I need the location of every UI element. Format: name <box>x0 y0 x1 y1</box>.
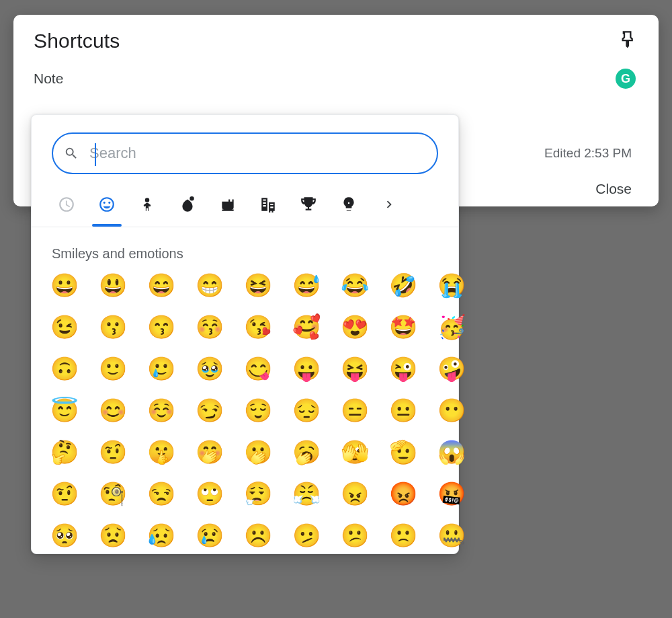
emoji-item[interactable]: 😇 <box>50 399 79 422</box>
emoji-item[interactable]: 🤪 <box>437 357 466 380</box>
emoji-item[interactable]: 🤭 <box>196 440 224 463</box>
emoji-item[interactable]: 🤨 <box>50 482 79 505</box>
emoji-item[interactable]: 😆 <box>244 274 272 297</box>
emoji-item[interactable]: 🫤 <box>292 524 321 547</box>
pin-icon[interactable] <box>620 30 638 52</box>
emoji-item[interactable]: 🤐 <box>437 524 466 547</box>
emoji-item[interactable]: 🫡 <box>389 440 417 463</box>
travel-icon <box>259 196 277 213</box>
emoji-item[interactable]: 🥱 <box>292 440 321 463</box>
card-header: Shortcuts <box>34 30 638 52</box>
nature-icon <box>179 196 196 213</box>
emoji-item[interactable]: 🙄 <box>196 482 224 505</box>
emoji-item[interactable]: 😘 <box>244 315 272 338</box>
smiley-icon <box>98 196 116 213</box>
tab-recent[interactable] <box>46 189 87 220</box>
emoji-item[interactable]: 😋 <box>244 357 272 380</box>
emoji-item[interactable]: 🧐 <box>99 482 127 505</box>
emoji-item[interactable]: 🫣 <box>341 440 369 463</box>
emoji-item[interactable]: 😏 <box>196 399 224 422</box>
food-icon <box>219 196 237 213</box>
chevron-right-icon <box>382 197 396 212</box>
tab-smileys[interactable] <box>87 189 127 220</box>
grammarly-badge-icon[interactable]: G <box>616 69 636 89</box>
emoji-item[interactable]: 😄 <box>147 274 175 297</box>
tab-food[interactable] <box>208 189 248 220</box>
emoji-item[interactable]: 😉 <box>50 315 79 338</box>
emoji-item[interactable]: ☹️ <box>244 524 272 547</box>
emoji-item[interactable]: 😊 <box>99 399 127 422</box>
emoji-item[interactable]: 😕 <box>341 524 369 547</box>
tab-objects[interactable] <box>329 189 369 220</box>
trophy-icon <box>300 196 317 213</box>
emoji-item[interactable]: 🤩 <box>389 315 417 338</box>
emoji-item[interactable]: 😚 <box>196 315 224 338</box>
emoji-item[interactable]: 🥳 <box>437 315 466 338</box>
emoji-item[interactable]: 🤔 <box>50 440 79 463</box>
emoji-grid: 😀😃😄😁😆😅😂🤣😭😉😗😙😚😘🥰😍🤩🥳🙃🙂🥲🥹😋😛😝😜🤪😇😊☺️😏😌😔😑😐😶🤔🤨🤫… <box>32 271 458 547</box>
emoji-item[interactable]: 😀 <box>50 274 79 297</box>
tab-travel[interactable] <box>248 189 288 220</box>
emoji-item[interactable]: 😱 <box>437 440 466 463</box>
emoji-item[interactable]: 😜 <box>389 357 417 380</box>
search-field[interactable] <box>52 132 438 174</box>
emoji-item[interactable]: 🤨 <box>99 440 127 463</box>
emoji-item[interactable]: 😠 <box>341 482 369 505</box>
emoji-item[interactable]: 🫢 <box>244 440 272 463</box>
card-footer: Edited 2:53 PM Close <box>544 146 632 197</box>
close-button[interactable]: Close <box>544 181 632 197</box>
emoji-item[interactable]: 🥲 <box>147 357 175 380</box>
emoji-item[interactable]: 😢 <box>196 524 224 547</box>
edited-timestamp: Edited 2:53 PM <box>544 146 632 161</box>
emoji-item[interactable]: 😂 <box>341 274 369 297</box>
emoji-item[interactable]: ☺️ <box>147 399 175 422</box>
emoji-item[interactable]: 😮‍💨 <box>244 482 272 505</box>
person-icon <box>138 196 156 213</box>
emoji-item[interactable]: 😌 <box>244 399 272 422</box>
tab-people[interactable] <box>127 189 167 220</box>
emoji-item[interactable]: 😁 <box>196 274 224 297</box>
category-tabs <box>32 184 458 220</box>
note-label: Note <box>34 71 63 87</box>
emoji-item[interactable]: 😝 <box>341 357 369 380</box>
emoji-item[interactable]: 😒 <box>147 482 175 505</box>
emoji-item[interactable]: 🥺 <box>50 524 79 547</box>
emoji-item[interactable]: 😐 <box>389 399 417 422</box>
emoji-section-title: Smileys and emotions <box>32 227 458 271</box>
emoji-item[interactable]: 😍 <box>341 315 369 338</box>
lightbulb-icon <box>340 196 358 213</box>
emoji-item[interactable]: 🤫 <box>147 440 175 463</box>
emoji-item[interactable]: 😡 <box>389 482 417 505</box>
emoji-item[interactable]: 🥰 <box>292 315 321 338</box>
emoji-item[interactable]: 😶 <box>437 399 466 422</box>
clock-icon <box>58 196 75 213</box>
emoji-item[interactable]: 🙃 <box>50 357 79 380</box>
emoji-item[interactable]: 😥 <box>147 524 175 547</box>
emoji-item[interactable]: 🥹 <box>196 357 224 380</box>
emoji-item[interactable]: 🙁 <box>389 524 417 547</box>
emoji-picker: Smileys and emotions 😀😃😄😁😆😅😂🤣😭😉😗😙😚😘🥰😍🤩🥳🙃… <box>31 114 459 554</box>
tab-next[interactable] <box>369 189 409 220</box>
emoji-item[interactable]: 😛 <box>292 357 321 380</box>
emoji-item[interactable]: 🙂 <box>99 357 127 380</box>
text-caret <box>95 143 96 166</box>
emoji-item[interactable]: 😟 <box>99 524 127 547</box>
search-icon <box>64 146 79 161</box>
emoji-item[interactable]: 😑 <box>341 399 369 422</box>
emoji-item[interactable]: 😅 <box>292 274 321 297</box>
emoji-item[interactable]: 😭 <box>437 274 466 297</box>
emoji-item[interactable]: 😤 <box>292 482 321 505</box>
emoji-item[interactable]: 🤣 <box>389 274 417 297</box>
tab-activity[interactable] <box>288 189 329 220</box>
tab-nature[interactable] <box>167 189 208 220</box>
page-title: Shortcuts <box>34 30 120 52</box>
search-wrap <box>32 115 458 181</box>
emoji-item[interactable]: 🤬 <box>437 482 466 505</box>
emoji-item[interactable]: 😔 <box>292 399 321 422</box>
emoji-item[interactable]: 😙 <box>147 315 175 338</box>
emoji-item[interactable]: 😗 <box>99 315 127 338</box>
search-input[interactable] <box>89 145 426 162</box>
note-row: Note G <box>34 69 638 89</box>
emoji-item[interactable]: 😃 <box>99 274 127 297</box>
